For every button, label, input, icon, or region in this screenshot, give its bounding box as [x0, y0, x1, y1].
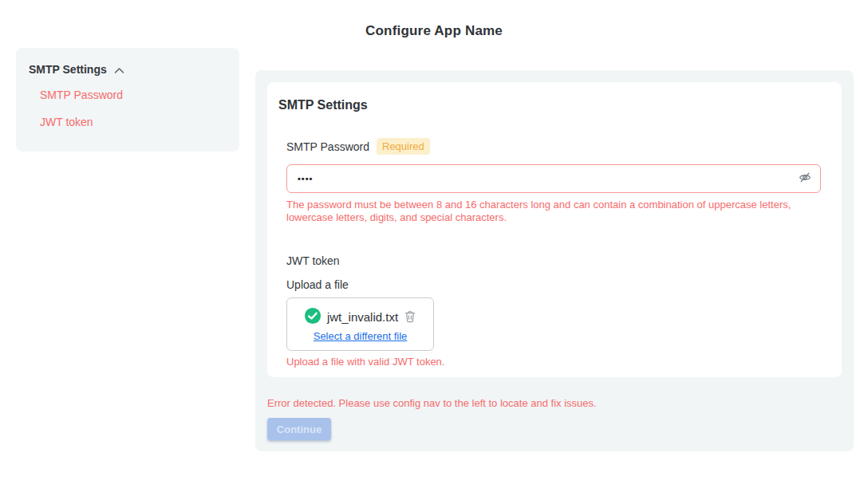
smtp-password-error: The password must be between 8 and 16 ch… [286, 199, 829, 224]
sidebar-section-smtp-settings[interactable]: SMTP Settings [29, 63, 227, 76]
form-error-message: Error detected. Please use config nav to… [267, 397, 842, 409]
jwt-upload-error: Upload a file with valid JWT token. [286, 356, 831, 368]
continue-button[interactable]: Continue [267, 418, 331, 440]
remove-file-button[interactable] [404, 309, 416, 325]
card-title: SMTP Settings [278, 98, 831, 112]
sidebar-item-smtp-password[interactable]: SMTP Password [40, 88, 227, 103]
sidebar-item-jwt-token[interactable]: JWT token [40, 115, 227, 130]
check-circle-icon [304, 307, 322, 328]
jwt-token-label: JWT token [286, 254, 831, 267]
smtp-settings-card: SMTP Settings SMTP Password Required [267, 82, 842, 377]
select-different-file-link[interactable]: Select a different file [314, 330, 408, 342]
required-badge: Required [377, 138, 430, 155]
config-main-panel: SMTP Settings SMTP Password Required [255, 70, 854, 451]
smtp-password-label: SMTP Password [286, 140, 369, 153]
trash-icon [404, 309, 416, 325]
sidebar-section-label: SMTP Settings [29, 63, 107, 76]
page-title: Configure App Name [0, 23, 868, 39]
chevron-up-icon [114, 67, 124, 74]
uploaded-file-name: jwt_invalid.txt [327, 310, 398, 324]
toggle-password-visibility-button[interactable] [798, 171, 812, 187]
config-nav-sidebar: SMTP Settings SMTP Password JWT token [16, 48, 239, 152]
eye-off-icon [798, 171, 812, 187]
upload-a-file-label: Upload a file [286, 278, 831, 291]
smtp-password-input[interactable] [286, 164, 821, 193]
file-upload-widget: jwt_invalid.txt Sele [286, 297, 434, 351]
